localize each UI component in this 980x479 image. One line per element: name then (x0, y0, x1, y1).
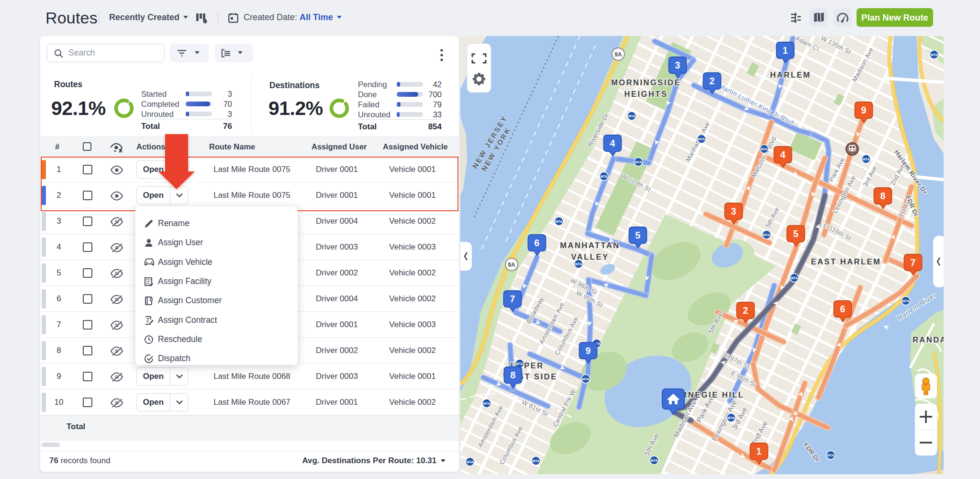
svg-text:HEIGHTS: HEIGHTS (624, 90, 668, 98)
svg-text:MORNINGSIDE: MORNINGSIDE (611, 78, 681, 87)
svg-text:MTA: MTA (902, 299, 910, 303)
svg-text:MTA: MTA (533, 459, 540, 463)
svg-text:6: 6 (840, 304, 846, 314)
svg-text:7: 7 (510, 294, 515, 304)
svg-text:MANHATTAN: MANHATTAN (560, 241, 620, 250)
svg-text:MTA: MTA (635, 160, 642, 164)
svg-text:MTA: MTA (728, 416, 735, 420)
svg-text:MTA: MTA (628, 114, 635, 118)
svg-text:MTA: MTA (516, 362, 523, 365)
svg-text:2: 2 (743, 305, 748, 316)
svg-text:4: 4 (610, 138, 615, 148)
svg-text:3: 3 (731, 206, 736, 217)
svg-text:MTA: MTA (651, 459, 658, 462)
svg-text:MTA: MTA (467, 460, 474, 464)
svg-text:7: 7 (911, 257, 916, 268)
svg-text:9A: 9A (508, 262, 515, 268)
svg-text:9: 9 (861, 105, 867, 115)
svg-text:MTA: MTA (827, 454, 835, 457)
svg-text:HARLEM: HARLEM (770, 70, 811, 79)
svg-text:MTA: MTA (863, 158, 870, 161)
svg-text:9A: 9A (614, 51, 622, 58)
svg-text:MTA: MTA (761, 148, 768, 151)
svg-text:MTA: MTA (698, 137, 705, 141)
svg-text:RANDA: RANDA (913, 335, 944, 344)
svg-text:MTA: MTA (791, 276, 798, 280)
svg-text:9: 9 (586, 345, 591, 356)
svg-text:EAST HARLEM: EAST HARLEM (811, 257, 881, 266)
svg-text:1: 1 (757, 446, 762, 456)
svg-text:5: 5 (793, 228, 799, 239)
svg-text:5: 5 (635, 230, 641, 240)
svg-text:MTA: MTA (556, 220, 563, 223)
svg-text:MTA: MTA (582, 377, 590, 381)
svg-text:MTA: MTA (763, 233, 770, 237)
svg-text:MTA: MTA (601, 175, 608, 178)
svg-text:MTA: MTA (483, 402, 490, 405)
svg-text:MTA: MTA (931, 53, 938, 57)
svg-text:1: 1 (783, 45, 788, 56)
svg-text:4: 4 (780, 149, 786, 160)
svg-text:MTA: MTA (575, 262, 582, 266)
svg-text:8: 8 (511, 370, 516, 380)
svg-text:8: 8 (880, 191, 886, 201)
svg-text:6: 6 (535, 238, 540, 248)
svg-text:3: 3 (675, 60, 680, 70)
svg-text:2: 2 (710, 76, 715, 86)
